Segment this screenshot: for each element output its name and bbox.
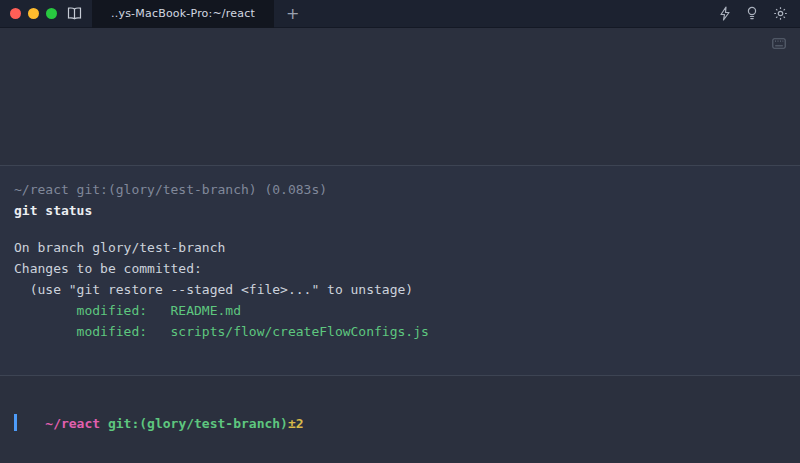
- new-tab-button[interactable]: +: [286, 6, 299, 22]
- terminal-viewport[interactable]: ~/react git:(glory/test-branch) (0.083s)…: [0, 28, 800, 463]
- shell-prompt[interactable]: ~/react git:(glory/test-branch)±2: [14, 392, 304, 455]
- prompt-directory: ~/react: [45, 416, 100, 431]
- traffic-lights: [10, 8, 57, 19]
- bookmarks-icon[interactable]: [67, 7, 82, 20]
- block-divider: [0, 165, 800, 166]
- keyboard-icon[interactable]: [772, 38, 786, 49]
- output-line-modified-file: modified: scripts/flow/createFlowConfigs…: [14, 321, 429, 342]
- minimize-window-button[interactable]: [28, 8, 39, 19]
- output-line: (use "git restore --staged <file>..." to…: [14, 279, 413, 300]
- close-window-button[interactable]: [10, 8, 21, 19]
- terminal-cursor[interactable]: [14, 414, 17, 431]
- prompt-dirty-count: ±2: [288, 416, 304, 431]
- bulb-icon[interactable]: [746, 6, 758, 21]
- block-meta-line: ~/react git:(glory/test-branch) (0.083s): [14, 179, 327, 200]
- header-actions: [719, 6, 788, 21]
- terminal-tab[interactable]: ..ys-MacBook-Pro:~/react: [92, 0, 274, 28]
- window-titlebar: ..ys-MacBook-Pro:~/react +: [0, 0, 800, 28]
- command-text[interactable]: git status: [14, 200, 92, 221]
- zoom-window-button[interactable]: [46, 8, 57, 19]
- tab-title: ..ys-MacBook-Pro:~/react: [111, 7, 255, 20]
- bolt-icon[interactable]: [719, 6, 731, 21]
- prompt-git-branch: git:(glory/test-branch): [100, 416, 288, 431]
- output-line: On branch glory/test-branch: [14, 237, 225, 258]
- gear-icon[interactable]: [773, 6, 788, 21]
- block-divider: [0, 375, 800, 376]
- output-line-modified-file: modified: README.md: [14, 300, 241, 321]
- output-line: Changes to be committed:: [14, 258, 202, 279]
